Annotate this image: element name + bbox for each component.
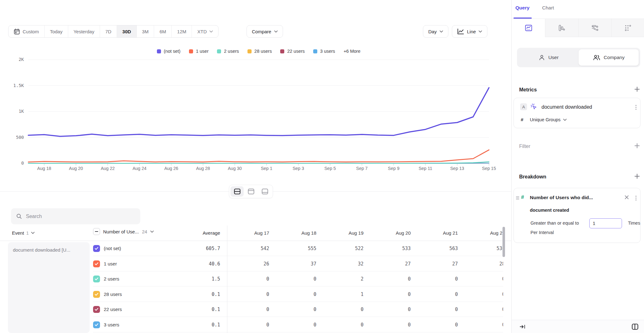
aggregation-dropdown[interactable]: Unique Groups	[530, 117, 567, 122]
range-label: 3M	[142, 29, 149, 34]
chart-type-dropdown[interactable]: Line	[452, 25, 487, 38]
main-area: CustomTodayYesterday7D30D3M6M12MXTD Comp…	[0, 0, 511, 333]
range-button-yesterday[interactable]: Yesterday	[68, 25, 100, 37]
legend-item[interactable]: 2 users	[217, 49, 239, 54]
series-column-header[interactable]: Number of Use... 24	[93, 228, 154, 235]
range-button-today[interactable]: Today	[45, 25, 68, 37]
y-tick-label: 0	[0, 161, 24, 166]
chart-type-bar[interactable]	[545, 19, 578, 37]
range-button-6m[interactable]: 6M	[154, 25, 172, 37]
value-cell: 0	[364, 271, 411, 287]
average-column-header: Average	[176, 230, 220, 236]
scope-user-label: User	[548, 55, 559, 60]
layout-split-button[interactable]	[230, 186, 244, 197]
x-tick-label: Aug 26	[164, 166, 178, 171]
add-filter-button[interactable]	[634, 143, 640, 149]
metric-card[interactable]: A document downloaded # Unique Groups	[514, 98, 641, 128]
search-box[interactable]	[11, 208, 140, 224]
aggregation-label: Unique Groups	[530, 117, 561, 122]
query-panel: Query Chart User Company Metrics A	[511, 0, 644, 333]
average-cell: 0.1	[176, 292, 220, 297]
add-breakdown-button[interactable]	[634, 173, 640, 179]
series-checkbox[interactable]	[93, 245, 100, 252]
per-interval-label[interactable]: Per Interval	[530, 230, 554, 235]
compare-button[interactable]: Compare	[247, 25, 283, 38]
interval-dropdown[interactable]: Day	[423, 25, 448, 38]
table-scrollbar[interactable]	[502, 227, 505, 257]
range-button-7d[interactable]: 7D	[100, 25, 117, 37]
value-cell: 0	[411, 317, 458, 332]
chart-type-line[interactable]	[512, 19, 545, 37]
date-column-header: Aug 19	[316, 226, 364, 241]
legend-item[interactable]: (not set)	[157, 49, 180, 54]
series-checkbox[interactable]	[93, 321, 100, 328]
series-checkbox[interactable]	[93, 306, 100, 313]
legend-item[interactable]: 1 user	[189, 49, 208, 54]
row-separator	[93, 332, 503, 332]
line-chart-icon	[457, 28, 464, 35]
series-label[interactable]: 28 users	[104, 292, 122, 297]
breakdown-options-kebab[interactable]	[634, 194, 638, 202]
plus-icon	[634, 173, 640, 179]
range-button-12m[interactable]: 12M	[172, 25, 192, 37]
plus-icon	[634, 86, 640, 92]
series-label[interactable]: 3 users	[104, 322, 119, 327]
collapse-panel-icon[interactable]	[520, 324, 525, 329]
series-checkbox[interactable]	[93, 260, 100, 267]
value-cell: 0	[411, 287, 458, 302]
y-tick-label: 1.5K	[0, 83, 24, 88]
check-icon	[95, 293, 98, 296]
search-input[interactable]	[26, 214, 135, 219]
range-label: 12M	[177, 29, 186, 34]
chart-type-flow[interactable]	[578, 19, 611, 37]
side-panel-icon[interactable]	[632, 324, 638, 330]
series-checkbox[interactable]	[93, 276, 100, 282]
layout-chart-button[interactable]	[244, 186, 258, 197]
range-button-xtd[interactable]: XTD	[192, 25, 218, 37]
legend-item[interactable]: 28 users	[247, 49, 272, 54]
series-label[interactable]: (not set)	[104, 246, 121, 251]
times-value-input[interactable]	[589, 218, 622, 228]
chevron-down-icon	[150, 231, 154, 233]
check-icon	[95, 262, 98, 265]
chart-type-grid[interactable]	[611, 19, 644, 37]
check-icon	[95, 247, 98, 250]
chevron-down-icon	[209, 30, 213, 33]
drag-handle-icon[interactable]	[516, 196, 519, 199]
breakdown-title[interactable]: Number of Users who did...	[530, 195, 593, 200]
series-label[interactable]: 1 user	[104, 261, 117, 266]
scope-company[interactable]: Company	[579, 49, 639, 66]
close-icon[interactable]	[625, 195, 629, 199]
interval-label: Day	[428, 29, 437, 34]
scope-user[interactable]: User	[519, 49, 579, 66]
event-column-header[interactable]: Event 1	[12, 230, 35, 236]
add-metric-button[interactable]	[634, 86, 640, 92]
legend-item[interactable]: 22 users	[280, 49, 305, 54]
metric-options-kebab[interactable]	[634, 104, 638, 111]
layout-toggle-group	[229, 185, 273, 198]
breakdown-card[interactable]: # Number of Users who did... document cr…	[514, 188, 641, 243]
legend-item[interactable]: 3 users	[313, 49, 335, 54]
times-unit-label: Times	[628, 221, 640, 226]
series-label[interactable]: 2 users	[104, 276, 119, 281]
table-body: document downloaded [U... (not set)605.7…	[0, 241, 511, 333]
breakdown-event-name[interactable]: document created	[530, 208, 569, 213]
series-checkbox[interactable]	[93, 291, 100, 298]
metric-event-name[interactable]: document downloaded	[541, 104, 592, 110]
plus-icon	[634, 143, 640, 149]
range-button-3m[interactable]: 3M	[137, 25, 154, 37]
tab-query[interactable]: Query	[515, 5, 530, 11]
line-chart[interactable]	[28, 60, 489, 163]
range-button-30d[interactable]: 30D	[117, 25, 137, 37]
line-chart-box-icon	[525, 24, 532, 32]
breakdown-condition-label[interactable]: Greater than or equal to	[530, 221, 579, 226]
range-button-custom[interactable]: Custom	[8, 25, 45, 37]
value-cell: 0	[227, 271, 269, 287]
table-row: 3 users0.1000000	[0, 317, 511, 332]
legend-more-button[interactable]: +6 More	[344, 49, 361, 54]
layout-table-button[interactable]	[258, 186, 271, 197]
date-column-header: Aug 18	[269, 226, 316, 241]
series-label[interactable]: 22 users	[104, 307, 122, 312]
table-row: (not set)605.7542555522533563530	[0, 241, 511, 256]
select-all-checkbox[interactable]	[93, 228, 100, 235]
